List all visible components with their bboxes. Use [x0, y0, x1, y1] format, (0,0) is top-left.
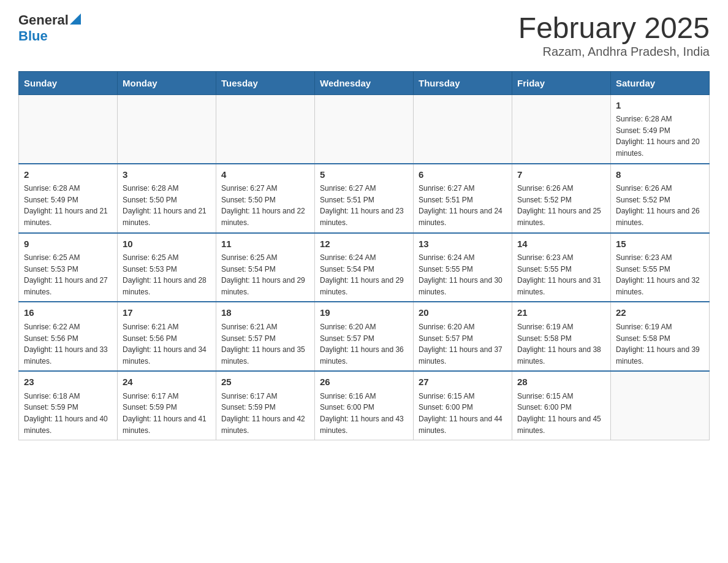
logo-triangle-icon [70, 13, 81, 25]
calendar-cell: 13Sunrise: 6:24 AM Sunset: 5:55 PM Dayli… [414, 233, 512, 302]
calendar-location: Razam, Andhra Pradesh, India [518, 45, 710, 59]
day-info: Sunrise: 6:28 AM Sunset: 5:50 PM Dayligh… [123, 183, 211, 228]
day-number: 20 [419, 306, 507, 320]
day-info: Sunrise: 6:27 AM Sunset: 5:51 PM Dayligh… [419, 183, 507, 228]
day-number: 18 [221, 306, 309, 320]
day-info: Sunrise: 6:16 AM Sunset: 6:00 PM Dayligh… [320, 391, 408, 436]
day-number: 13 [419, 237, 507, 251]
day-info: Sunrise: 6:23 AM Sunset: 5:55 PM Dayligh… [616, 252, 704, 297]
calendar-cell: 3Sunrise: 6:28 AM Sunset: 5:50 PM Daylig… [118, 164, 216, 233]
calendar-cell: 24Sunrise: 6:17 AM Sunset: 5:59 PM Dayli… [118, 371, 216, 440]
day-number: 10 [123, 237, 211, 251]
calendar-cell: 7Sunrise: 6:26 AM Sunset: 5:52 PM Daylig… [512, 164, 611, 233]
day-number: 12 [320, 237, 408, 251]
calendar-table: SundayMondayTuesdayWednesdayThursdayFrid… [18, 71, 710, 440]
day-number: 1 [616, 99, 704, 113]
day-info: Sunrise: 6:17 AM Sunset: 5:59 PM Dayligh… [221, 391, 309, 436]
day-info: Sunrise: 6:17 AM Sunset: 5:59 PM Dayligh… [123, 391, 211, 436]
calendar-cell: 6Sunrise: 6:27 AM Sunset: 5:51 PM Daylig… [414, 164, 512, 233]
calendar-cell [414, 94, 512, 163]
day-number: 16 [24, 306, 112, 320]
calendar-cell: 18Sunrise: 6:21 AM Sunset: 5:57 PM Dayli… [216, 302, 315, 371]
day-header-friday: Friday [512, 71, 611, 94]
week-row-4: 16Sunrise: 6:22 AM Sunset: 5:56 PM Dayli… [19, 302, 710, 371]
logo-blue: Blue [18, 28, 48, 44]
logo-general: General [18, 12, 69, 28]
day-number: 9 [24, 237, 112, 251]
calendar-cell: 5Sunrise: 6:27 AM Sunset: 5:51 PM Daylig… [315, 164, 414, 233]
day-number: 25 [221, 375, 309, 389]
calendar-cell: 14Sunrise: 6:23 AM Sunset: 5:55 PM Dayli… [512, 233, 611, 302]
day-info: Sunrise: 6:15 AM Sunset: 6:00 PM Dayligh… [517, 391, 605, 436]
day-number: 3 [123, 168, 211, 182]
calendar-cell: 27Sunrise: 6:15 AM Sunset: 6:00 PM Dayli… [414, 371, 512, 440]
week-row-5: 23Sunrise: 6:18 AM Sunset: 5:59 PM Dayli… [19, 371, 710, 440]
day-number: 27 [419, 375, 507, 389]
day-info: Sunrise: 6:25 AM Sunset: 5:54 PM Dayligh… [221, 252, 309, 297]
logo: General Blue [18, 12, 81, 44]
day-info: Sunrise: 6:21 AM Sunset: 5:57 PM Dayligh… [221, 321, 309, 367]
week-row-2: 2Sunrise: 6:28 AM Sunset: 5:49 PM Daylig… [19, 164, 710, 233]
day-header-wednesday: Wednesday [315, 71, 414, 94]
day-info: Sunrise: 6:27 AM Sunset: 5:51 PM Dayligh… [320, 183, 408, 228]
day-info: Sunrise: 6:26 AM Sunset: 5:52 PM Dayligh… [616, 183, 704, 228]
calendar-cell: 17Sunrise: 6:21 AM Sunset: 5:56 PM Dayli… [118, 302, 216, 371]
day-number: 2 [24, 168, 112, 182]
svg-marker-0 [70, 13, 81, 25]
calendar-header-row: SundayMondayTuesdayWednesdayThursdayFrid… [19, 71, 710, 94]
day-number: 8 [616, 168, 704, 182]
day-number: 17 [123, 306, 211, 320]
day-info: Sunrise: 6:15 AM Sunset: 6:00 PM Dayligh… [419, 391, 507, 436]
calendar-cell: 25Sunrise: 6:17 AM Sunset: 5:59 PM Dayli… [216, 371, 315, 440]
day-info: Sunrise: 6:19 AM Sunset: 5:58 PM Dayligh… [616, 321, 704, 367]
calendar-cell [19, 94, 118, 163]
day-number: 11 [221, 237, 309, 251]
week-row-3: 9Sunrise: 6:25 AM Sunset: 5:53 PM Daylig… [19, 233, 710, 302]
calendar-cell: 4Sunrise: 6:27 AM Sunset: 5:50 PM Daylig… [216, 164, 315, 233]
calendar-cell: 26Sunrise: 6:16 AM Sunset: 6:00 PM Dayli… [315, 371, 414, 440]
calendar-cell: 15Sunrise: 6:23 AM Sunset: 5:55 PM Dayli… [611, 233, 710, 302]
day-info: Sunrise: 6:23 AM Sunset: 5:55 PM Dayligh… [517, 252, 605, 297]
day-info: Sunrise: 6:26 AM Sunset: 5:52 PM Dayligh… [517, 183, 605, 228]
calendar-cell [611, 371, 710, 440]
calendar-cell: 22Sunrise: 6:19 AM Sunset: 5:58 PM Dayli… [611, 302, 710, 371]
calendar-cell: 10Sunrise: 6:25 AM Sunset: 5:53 PM Dayli… [118, 233, 216, 302]
calendar-cell: 16Sunrise: 6:22 AM Sunset: 5:56 PM Dayli… [19, 302, 118, 371]
calendar-cell: 28Sunrise: 6:15 AM Sunset: 6:00 PM Dayli… [512, 371, 611, 440]
day-number: 24 [123, 375, 211, 389]
calendar-cell: 19Sunrise: 6:20 AM Sunset: 5:57 PM Dayli… [315, 302, 414, 371]
calendar-cell: 12Sunrise: 6:24 AM Sunset: 5:54 PM Dayli… [315, 233, 414, 302]
day-header-thursday: Thursday [414, 71, 512, 94]
day-info: Sunrise: 6:21 AM Sunset: 5:56 PM Dayligh… [123, 321, 211, 367]
day-number: 19 [320, 306, 408, 320]
day-number: 7 [517, 168, 605, 182]
day-number: 4 [221, 168, 309, 182]
day-info: Sunrise: 6:28 AM Sunset: 5:49 PM Dayligh… [616, 113, 704, 159]
calendar-cell: 8Sunrise: 6:26 AM Sunset: 5:52 PM Daylig… [611, 164, 710, 233]
calendar-cell [512, 94, 611, 163]
day-info: Sunrise: 6:18 AM Sunset: 5:59 PM Dayligh… [24, 391, 112, 436]
day-info: Sunrise: 6:25 AM Sunset: 5:53 PM Dayligh… [123, 252, 211, 297]
page-header: General Blue February 2025 Razam, Andhra… [18, 12, 710, 59]
day-info: Sunrise: 6:28 AM Sunset: 5:49 PM Dayligh… [24, 183, 112, 228]
day-info: Sunrise: 6:20 AM Sunset: 5:57 PM Dayligh… [320, 321, 408, 367]
day-header-monday: Monday [118, 71, 216, 94]
calendar-cell [315, 94, 414, 163]
day-info: Sunrise: 6:19 AM Sunset: 5:58 PM Dayligh… [517, 321, 605, 367]
day-number: 15 [616, 237, 704, 251]
calendar-cell: 9Sunrise: 6:25 AM Sunset: 5:53 PM Daylig… [19, 233, 118, 302]
calendar-cell: 1Sunrise: 6:28 AM Sunset: 5:49 PM Daylig… [611, 94, 710, 163]
day-number: 14 [517, 237, 605, 251]
day-header-saturday: Saturday [611, 71, 710, 94]
day-header-tuesday: Tuesday [216, 71, 315, 94]
calendar-cell: 20Sunrise: 6:20 AM Sunset: 5:57 PM Dayli… [414, 302, 512, 371]
day-info: Sunrise: 6:24 AM Sunset: 5:55 PM Dayligh… [419, 252, 507, 297]
calendar-cell: 11Sunrise: 6:25 AM Sunset: 5:54 PM Dayli… [216, 233, 315, 302]
day-info: Sunrise: 6:20 AM Sunset: 5:57 PM Dayligh… [419, 321, 507, 367]
day-info: Sunrise: 6:27 AM Sunset: 5:50 PM Dayligh… [221, 183, 309, 228]
day-number: 5 [320, 168, 408, 182]
week-row-1: 1Sunrise: 6:28 AM Sunset: 5:49 PM Daylig… [19, 94, 710, 163]
day-header-sunday: Sunday [19, 71, 118, 94]
day-number: 21 [517, 306, 605, 320]
title-block: February 2025 Razam, Andhra Pradesh, Ind… [518, 12, 710, 59]
